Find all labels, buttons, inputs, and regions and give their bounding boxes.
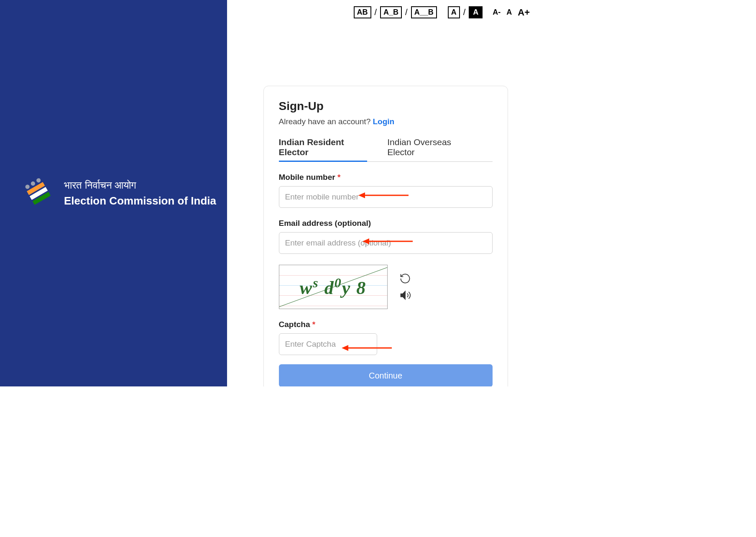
reload-captcha-icon[interactable] xyxy=(399,273,411,284)
captcha-text: ws d0y 8 xyxy=(300,275,366,299)
contrast-high[interactable]: A xyxy=(469,6,483,18)
signup-card: Sign-Up Already have an account? Login I… xyxy=(263,86,508,386)
login-link[interactable]: Login xyxy=(373,117,395,126)
logo-hindi: भारत निर्वाचन आयोग xyxy=(64,179,216,191)
subtitle-text: Already have an account? xyxy=(279,117,373,126)
captcha-label: Captcha * xyxy=(279,320,493,329)
card-subtitle: Already have an account? Login xyxy=(279,117,493,126)
email-input[interactable] xyxy=(279,232,493,254)
captcha-label-text: Captcha xyxy=(279,320,312,329)
main-content: AB / A_B / A__B A / A A- A A+ Sign-Up Al… xyxy=(227,0,544,386)
svg-point-1 xyxy=(30,180,36,186)
svg-point-2 xyxy=(36,177,41,183)
separator: / xyxy=(374,8,378,17)
tab-resident-elector[interactable]: Indian Resident Elector xyxy=(279,134,368,162)
contrast-normal[interactable]: A xyxy=(448,6,460,18)
font-size-decrease[interactable]: A- xyxy=(491,8,502,17)
text-spacing-medium[interactable]: A_B xyxy=(380,6,402,18)
captcha-input[interactable] xyxy=(279,333,377,355)
separator: / xyxy=(404,8,409,17)
separator: / xyxy=(462,8,467,17)
captcha-controls xyxy=(399,273,411,301)
eci-logo-icon xyxy=(21,176,56,211)
required-asterisk: * xyxy=(337,173,340,182)
logo-english: Election Commission of India xyxy=(64,194,216,207)
tab-overseas-elector[interactable]: Indian Overseas Elector xyxy=(387,134,472,161)
font-size-increase[interactable]: A+ xyxy=(516,7,531,18)
svg-point-0 xyxy=(25,184,31,189)
email-label: Email address (optional) xyxy=(279,219,493,228)
audio-captcha-icon[interactable] xyxy=(399,289,411,301)
logo-block: भारत निर्वाचन आयोग Election Commission o… xyxy=(21,176,216,211)
text-spacing-normal[interactable]: AB xyxy=(354,6,371,18)
mobile-label: Mobile number * xyxy=(279,173,493,182)
mobile-label-text: Mobile number xyxy=(279,173,337,182)
card-title: Sign-Up xyxy=(279,100,493,113)
elector-type-tabs: Indian Resident Elector Indian Overseas … xyxy=(279,134,493,162)
text-spacing-wide[interactable]: A__B xyxy=(411,6,437,18)
sidebar-brand-panel: भारत निर्वाचन आयोग Election Commission o… xyxy=(0,0,227,386)
mobile-input[interactable] xyxy=(279,186,493,208)
svg-marker-10 xyxy=(401,292,405,299)
font-size-reset[interactable]: A xyxy=(505,8,513,17)
accessibility-toolbar: AB / A_B / A__B A / A A- A A+ xyxy=(354,6,531,18)
logo-text: भारत निर्वाचन आयोग Election Commission o… xyxy=(64,179,216,207)
continue-button[interactable]: Continue xyxy=(279,364,493,386)
required-asterisk: * xyxy=(312,320,315,329)
captcha-row: ws d0y 8 xyxy=(279,265,493,309)
captcha-image: ws d0y 8 xyxy=(279,265,388,309)
